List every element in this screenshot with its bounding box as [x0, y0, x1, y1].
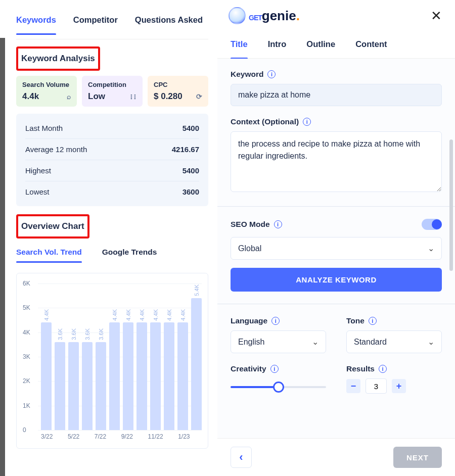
chevron-down-icon: ⌄ — [428, 244, 434, 253]
seo-mode-label: SEO Mode — [231, 220, 270, 229]
stat-card-competition: Competition Low⫶⫶ — [82, 76, 143, 107]
stat-volume-label: Search Volume — [22, 81, 71, 88]
stat-competition-value: Low — [88, 91, 105, 102]
section-overview-chart: Overview Chart — [18, 216, 87, 236]
analyze-keyword-button[interactable]: ANALYZE KEYWORD — [231, 268, 442, 292]
next-button[interactable]: NEXT — [393, 447, 442, 468]
creativity-slider[interactable] — [231, 382, 326, 392]
close-icon[interactable]: ✕ — [431, 8, 442, 24]
keyword-label: Keyword — [231, 70, 263, 79]
context-input[interactable] — [231, 131, 442, 192]
tab-keywords[interactable]: Keywords — [16, 15, 56, 34]
subtab-search-trend[interactable]: Search Vol. Trend — [16, 248, 82, 263]
stat-cpc-value: $ 0.280 — [154, 91, 183, 102]
tab-competitor[interactable]: Competitor — [73, 15, 118, 34]
info-icon[interactable]: i — [369, 317, 377, 325]
tab-questions[interactable]: Questions Asked — [135, 15, 203, 34]
info-icon[interactable]: i — [270, 365, 279, 373]
tone-select[interactable]: Standard⌄ — [346, 330, 442, 353]
bar-chart: 01K2K3K4K5K6K4.4K3.6K3.6K3.6K3.6K4.4K4.4… — [16, 273, 208, 449]
results-input[interactable] — [366, 378, 387, 394]
rtab-outline[interactable]: Outline — [306, 39, 335, 58]
region-select[interactable]: Global⌄ — [231, 237, 442, 260]
scrollbar[interactable] — [449, 139, 453, 271]
search-icon: ⌕ — [67, 92, 71, 101]
genie-icon — [229, 7, 246, 24]
rtab-content[interactable]: Content — [355, 39, 387, 58]
back-button[interactable]: ‹ — [231, 447, 252, 468]
info-icon[interactable]: i — [379, 365, 387, 373]
info-icon[interactable]: i — [274, 220, 282, 228]
rtab-title[interactable]: Title — [231, 39, 248, 58]
rtab-intro[interactable]: Intro — [268, 39, 287, 58]
stats-table: Last Month5400 Average 12 month4216.67 H… — [16, 114, 208, 206]
creativity-label: Creativity — [231, 364, 266, 373]
stat-competition-label: Competition — [88, 81, 136, 88]
refresh-icon: ⟳ — [196, 92, 202, 101]
info-icon[interactable]: i — [303, 118, 311, 126]
subtab-google-trends[interactable]: Google Trends — [102, 248, 157, 263]
brand-logo: GETgenie. — [229, 7, 300, 24]
right-panel: GETgenie. ✕ Title Intro Outline Content … — [217, 0, 455, 476]
language-label: Language — [231, 316, 267, 325]
info-icon[interactable]: i — [267, 70, 276, 78]
right-tabs: Title Intro Outline Content — [217, 29, 455, 59]
tone-label: Tone — [346, 316, 365, 325]
left-panel: Keywords Competitor Questions Asked Keyw… — [5, 0, 217, 476]
left-tabs: Keywords Competitor Questions Asked — [16, 0, 208, 39]
info-icon[interactable]: i — [271, 317, 280, 325]
context-label: Context (Optional) — [231, 117, 299, 126]
stat-card-volume: Search Volume 4.4k⌕ — [16, 76, 77, 107]
results-increment[interactable]: + — [392, 379, 406, 393]
bar-chart-icon: ⫶⫶ — [129, 92, 136, 101]
chevron-down-icon: ⌄ — [428, 337, 434, 347]
section-keyword-analysis: Keyword Analysis — [18, 49, 98, 69]
stat-volume-value: 4.4k — [22, 91, 39, 102]
stat-card-cpc: CPC $ 0.280⟳ — [148, 76, 208, 107]
chevron-down-icon: ⌄ — [312, 337, 318, 347]
results-label: Results — [346, 364, 375, 373]
results-decrement[interactable]: − — [346, 379, 360, 393]
seo-mode-toggle[interactable] — [422, 219, 442, 230]
keyword-input[interactable] — [231, 84, 442, 106]
stat-cpc-label: CPC — [154, 81, 202, 88]
language-select[interactable]: English⌄ — [231, 330, 326, 353]
